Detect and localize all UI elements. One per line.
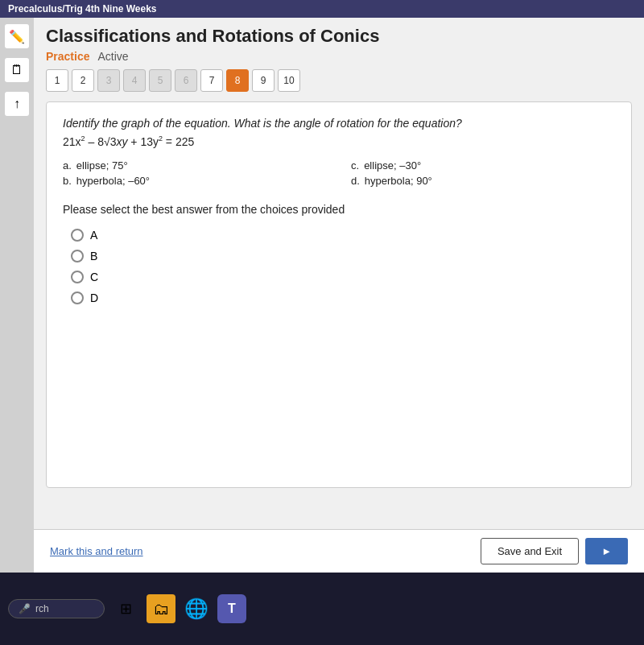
bottom-bar: Mark this and return Save and Exit ► bbox=[34, 529, 644, 573]
radio-option-D[interactable]: D bbox=[71, 291, 615, 304]
taskbar-mic-icon: 🎤 bbox=[19, 603, 31, 614]
radio-label-C: C bbox=[90, 271, 98, 283]
choice-text: ellipse; –30° bbox=[364, 159, 421, 172]
question-nav-btn-9[interactable]: 9 bbox=[252, 69, 275, 92]
choices-grid: a.ellipse; 75°c.ellipse; –30°b.hyperbola… bbox=[63, 159, 615, 187]
question-nav: 12345678910 bbox=[46, 69, 632, 92]
status-practice: Practice bbox=[46, 50, 89, 63]
question-nav-btn-8[interactable]: 8 bbox=[226, 69, 249, 92]
taskbar-taskview-icon[interactable]: ⊞ bbox=[111, 594, 140, 623]
radio-circle-B bbox=[71, 250, 84, 263]
taskbar-files-icon[interactable]: 🗂 bbox=[147, 594, 175, 623]
arrow-up-icon[interactable]: ↑ bbox=[5, 92, 29, 116]
status-row: Practice Active bbox=[46, 50, 632, 63]
taskbar-search-text: rch bbox=[35, 603, 49, 614]
choice-text: hyperbola; –60° bbox=[76, 175, 150, 187]
choice-text: ellipse; 75° bbox=[76, 159, 128, 172]
sidebar: ✏️ 🗒 ↑ bbox=[0, 18, 34, 590]
question-nav-btn-7[interactable]: 7 bbox=[200, 69, 223, 92]
question-nav-btn-6: 6 bbox=[175, 69, 197, 92]
choice-letter: d. bbox=[351, 175, 360, 187]
pencil-icon[interactable]: ✏️ bbox=[5, 24, 29, 48]
radio-label-A: A bbox=[90, 229, 97, 242]
taskbar-teams-icon[interactable]: T bbox=[217, 594, 246, 623]
choice-item-a: a.ellipse; 75° bbox=[63, 159, 327, 172]
question-nav-btn-2[interactable]: 2 bbox=[72, 69, 94, 92]
choice-item-b: b.hyperbola; –60° bbox=[63, 175, 327, 187]
radio-option-C[interactable]: C bbox=[71, 271, 615, 283]
radio-option-B[interactable]: B bbox=[71, 250, 615, 263]
quiz-title: Classifications and Rotations of Conics bbox=[46, 26, 632, 47]
calculator-icon[interactable]: 🗒 bbox=[5, 58, 29, 82]
taskbar-search-bar[interactable]: 🎤 rch bbox=[8, 599, 105, 618]
answer-prompt: Please select the best answer from the c… bbox=[63, 203, 615, 216]
choice-text: hyperbola; 90° bbox=[365, 175, 432, 187]
mark-return-link[interactable]: Mark this and return bbox=[50, 545, 143, 557]
equation: 21x2 – 8√3xy + 13y2 = 225 bbox=[63, 134, 615, 148]
top-bar: Precalculus/Trig 4th Nine Weeks bbox=[0, 0, 644, 18]
question-prompt: Identify the graph of the equation. What… bbox=[63, 117, 615, 130]
choice-letter: a. bbox=[63, 159, 72, 172]
radio-circle-D bbox=[71, 291, 84, 304]
main-area: ✏️ 🗒 ↑ Classifications and Rotations of … bbox=[0, 18, 644, 590]
choice-item-c: c.ellipse; –30° bbox=[351, 159, 615, 172]
radio-option-A[interactable]: A bbox=[71, 229, 615, 242]
choice-item-d: d.hyperbola; 90° bbox=[351, 175, 615, 187]
question-nav-btn-1[interactable]: 1 bbox=[46, 69, 68, 92]
top-bar-label: Precalculus/Trig 4th Nine Weeks bbox=[8, 3, 157, 14]
radio-circle-C bbox=[71, 271, 84, 283]
taskbar: 🎤 rch ⊞ 🗂 🌐 T bbox=[0, 573, 644, 645]
content-wrapper: Classifications and Rotations of Conics … bbox=[34, 18, 644, 590]
taskbar-chrome-icon[interactable]: 🌐 bbox=[182, 594, 211, 623]
question-nav-btn-10[interactable]: 10 bbox=[278, 69, 300, 92]
radio-label-D: D bbox=[90, 291, 98, 304]
question-nav-btn-3: 3 bbox=[97, 69, 120, 92]
question-card: Identify the graph of the equation. What… bbox=[46, 101, 632, 488]
radio-label-B: B bbox=[90, 250, 97, 263]
choice-letter: b. bbox=[63, 175, 72, 187]
choice-letter: c. bbox=[351, 159, 359, 172]
next-button[interactable]: ► bbox=[585, 538, 628, 564]
question-nav-btn-4: 4 bbox=[123, 69, 146, 92]
radio-circle-A bbox=[71, 229, 84, 242]
bottom-buttons: Save and Exit ► bbox=[481, 538, 628, 564]
save-exit-button[interactable]: Save and Exit bbox=[481, 538, 579, 564]
question-nav-btn-5: 5 bbox=[149, 69, 171, 92]
radio-group: A B C D bbox=[71, 229, 615, 304]
status-active: Active bbox=[97, 50, 128, 63]
